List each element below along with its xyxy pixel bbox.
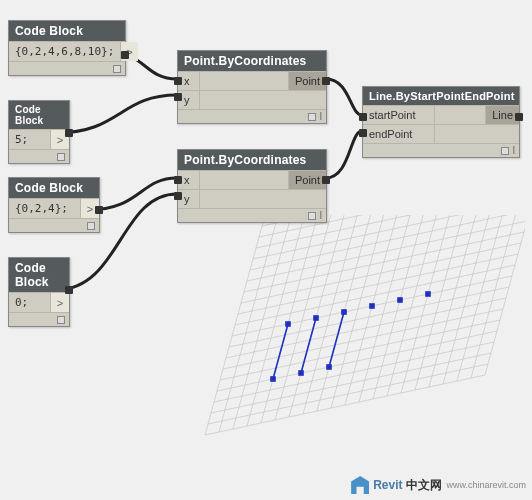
code-text[interactable]: {0,2,4,6,8,10}; — [9, 42, 121, 61]
node-footer: l — [178, 109, 326, 123]
output-port[interactable] — [322, 77, 330, 85]
preview-toggle[interactable] — [87, 222, 95, 230]
watermark-brand: Revit — [373, 478, 402, 492]
svg-rect-48 — [370, 304, 374, 308]
node-title: Point.ByCoordinates — [178, 51, 326, 71]
geometry-preview-3d[interactable] — [165, 215, 525, 485]
input-endpoint-label[interactable]: endPoint — [363, 125, 435, 143]
lacing-icon[interactable]: l — [320, 111, 322, 122]
node-footer: l — [363, 143, 519, 157]
svg-line-30 — [415, 215, 475, 390]
svg-rect-53 — [327, 365, 331, 369]
output-port[interactable] — [65, 129, 73, 137]
node-line-bystartpointendpoint[interactable]: Line.ByStartPointEndPoint startPoint Lin… — [362, 86, 520, 158]
node-title: Code Block — [9, 21, 125, 41]
svg-line-18 — [331, 215, 391, 408]
input-port-x[interactable] — [174, 77, 182, 85]
svg-line-42 — [273, 324, 288, 379]
svg-line-10 — [275, 215, 335, 420]
svg-rect-45 — [286, 322, 290, 326]
code-text[interactable]: {0,2,4}; — [9, 199, 81, 218]
svg-line-32 — [429, 215, 489, 387]
input-port-start[interactable] — [359, 113, 367, 121]
node-footer — [9, 312, 69, 326]
input-port-y[interactable] — [174, 192, 182, 200]
input-startpoint-label[interactable]: startPoint — [363, 106, 435, 124]
code-text[interactable]: 0; — [9, 293, 51, 312]
preview-toggle[interactable] — [113, 65, 121, 73]
node-title: Code Block — [9, 178, 99, 198]
output-port[interactable] — [121, 51, 129, 59]
node-title: Code Block — [9, 101, 69, 129]
code-text[interactable]: 5; — [9, 130, 51, 149]
node-footer: l — [178, 208, 326, 222]
preview-toggle[interactable] — [57, 316, 65, 324]
revit-logo-icon — [351, 476, 369, 494]
svg-line-16 — [317, 215, 377, 411]
output-point-label[interactable]: Point — [289, 171, 326, 189]
input-port-y[interactable] — [174, 93, 182, 101]
input-port-x[interactable] — [174, 176, 182, 184]
svg-line-44 — [329, 312, 344, 367]
node-footer — [9, 149, 69, 163]
node-point-bycoordinates-2[interactable]: Point.ByCoordinates x Point y l — [177, 149, 327, 223]
output-port[interactable] — [65, 286, 73, 294]
svg-line-12 — [289, 215, 349, 417]
lacing-icon[interactable]: l — [320, 210, 322, 221]
node-code-block-3[interactable]: Code Block {0,2,4}; > — [8, 177, 100, 233]
output-port[interactable] — [95, 206, 103, 214]
svg-line-31 — [250, 215, 525, 270]
output-port[interactable] — [322, 176, 330, 184]
svg-line-24 — [373, 215, 433, 399]
svg-rect-47 — [342, 310, 346, 314]
node-code-block-4[interactable]: Code Block 0; > — [8, 257, 70, 327]
output-point-label[interactable]: Point — [289, 72, 326, 90]
node-point-bycoordinates-1[interactable]: Point.ByCoordinates x Point y l — [177, 50, 327, 124]
node-code-block-2[interactable]: Code Block 5; > — [8, 100, 70, 164]
watermark-url: www.chinarevit.com — [446, 480, 526, 490]
output-port-chevron[interactable]: > — [51, 293, 69, 312]
node-code-block-1[interactable]: Code Block {0,2,4,6,8,10}; > — [8, 20, 126, 76]
svg-rect-51 — [271, 377, 275, 381]
svg-line-43 — [301, 318, 316, 373]
svg-line-4 — [233, 215, 293, 429]
preview-toggle[interactable] — [308, 212, 316, 220]
svg-rect-50 — [426, 292, 430, 296]
preview-toggle[interactable] — [308, 113, 316, 121]
node-footer — [9, 218, 99, 232]
node-title: Code Block — [9, 258, 69, 292]
input-port-end[interactable] — [359, 129, 367, 137]
node-footer — [9, 61, 125, 75]
svg-line-2 — [219, 215, 279, 432]
svg-line-38 — [471, 215, 525, 378]
node-title: Point.ByCoordinates — [178, 150, 326, 170]
watermark: Revit中文网 www.chinarevit.com — [351, 476, 526, 494]
svg-rect-52 — [299, 371, 303, 375]
preview-toggle[interactable] — [57, 153, 65, 161]
svg-rect-49 — [398, 298, 402, 302]
watermark-jp: 中文网 — [406, 477, 442, 494]
lacing-icon[interactable]: l — [513, 145, 515, 156]
node-title: Line.ByStartPointEndPoint — [363, 87, 519, 105]
svg-rect-46 — [314, 316, 318, 320]
preview-toggle[interactable] — [501, 147, 509, 155]
output-port[interactable] — [515, 113, 523, 121]
